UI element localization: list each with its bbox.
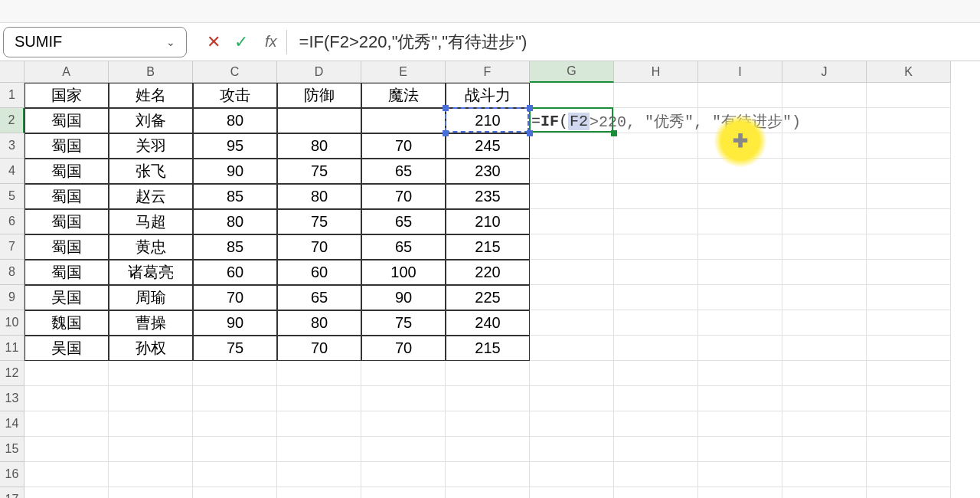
cell-I1[interactable] — [698, 83, 782, 108]
cell-K1[interactable] — [867, 83, 951, 108]
cell-J7[interactable] — [782, 234, 867, 260]
cell-D17[interactable] — [277, 487, 361, 498]
cell-D6[interactable]: 75 — [277, 209, 361, 234]
cell-I6[interactable] — [698, 209, 782, 234]
row-header-13[interactable]: 13 — [0, 386, 24, 411]
cell-C8[interactable]: 60 — [193, 260, 277, 285]
cell-B13[interactable] — [109, 386, 193, 411]
cell-F7[interactable]: 215 — [446, 234, 530, 260]
cell-E5[interactable]: 70 — [361, 184, 446, 209]
cell-G15[interactable] — [530, 437, 614, 462]
cell-D2[interactable] — [277, 108, 361, 133]
cell-B8[interactable]: 诸葛亮 — [109, 260, 193, 285]
cell-C16[interactable] — [193, 462, 277, 487]
cell-F15[interactable] — [446, 437, 530, 462]
cell-I12[interactable] — [698, 361, 782, 386]
cell-H14[interactable] — [614, 411, 698, 437]
cell-I14[interactable] — [698, 411, 782, 437]
cell-B7[interactable]: 黄忠 — [109, 234, 193, 260]
cell-K14[interactable] — [867, 411, 951, 437]
cell-I13[interactable] — [698, 386, 782, 411]
cell-J9[interactable] — [782, 285, 867, 310]
cell-K17[interactable] — [867, 487, 951, 498]
cell-J11[interactable] — [782, 336, 867, 361]
row-header-16[interactable]: 16 — [0, 462, 24, 487]
cell-E13[interactable] — [361, 386, 446, 411]
cell-B12[interactable] — [109, 361, 193, 386]
cell-A8[interactable]: 蜀国 — [24, 260, 109, 285]
cell-J3[interactable] — [782, 133, 867, 159]
cell-J5[interactable] — [782, 184, 867, 209]
cell-F2[interactable]: 210 — [446, 108, 530, 133]
cell-G5[interactable] — [530, 184, 614, 209]
cell-C14[interactable] — [193, 411, 277, 437]
cell-E16[interactable] — [361, 462, 446, 487]
cell-K4[interactable] — [867, 159, 951, 184]
cell-H17[interactable] — [614, 487, 698, 498]
cell-F16[interactable] — [446, 462, 530, 487]
cell-H7[interactable] — [614, 234, 698, 260]
row-header-11[interactable]: 11 — [0, 336, 24, 361]
cell-A15[interactable] — [24, 437, 109, 462]
cell-J8[interactable] — [782, 260, 867, 285]
col-header-H[interactable]: H — [614, 61, 698, 83]
cell-D10[interactable]: 80 — [277, 310, 361, 336]
cell-A9[interactable]: 吴国 — [24, 285, 109, 310]
cell-F5[interactable]: 235 — [446, 184, 530, 209]
cell-C1[interactable]: 攻击 — [193, 83, 277, 108]
cell-B15[interactable] — [109, 437, 193, 462]
cell-F13[interactable] — [446, 386, 530, 411]
cell-J4[interactable] — [782, 159, 867, 184]
cell-J10[interactable] — [782, 310, 867, 336]
cell-A4[interactable]: 蜀国 — [24, 159, 109, 184]
cell-E4[interactable]: 65 — [361, 159, 446, 184]
cell-G3[interactable] — [530, 133, 614, 159]
cell-K3[interactable] — [867, 133, 951, 159]
cell-H10[interactable] — [614, 310, 698, 336]
cell-F8[interactable]: 220 — [446, 260, 530, 285]
cell-K9[interactable] — [867, 285, 951, 310]
cell-C11[interactable]: 75 — [193, 336, 277, 361]
row-header-6[interactable]: 6 — [0, 209, 24, 234]
cell-F11[interactable]: 215 — [446, 336, 530, 361]
row-header-4[interactable]: 4 — [0, 159, 24, 184]
cell-E1[interactable]: 魔法 — [361, 83, 446, 108]
cell-A11[interactable]: 吴国 — [24, 336, 109, 361]
cell-E7[interactable]: 65 — [361, 234, 446, 260]
cell-A1[interactable]: 国家 — [24, 83, 109, 108]
cell-F4[interactable]: 230 — [446, 159, 530, 184]
cell-D8[interactable]: 60 — [277, 260, 361, 285]
cell-D16[interactable] — [277, 462, 361, 487]
cell-G17[interactable] — [530, 487, 614, 498]
cell-I15[interactable] — [698, 437, 782, 462]
cell-K13[interactable] — [867, 386, 951, 411]
cell-B2[interactable]: 刘备 — [109, 108, 193, 133]
cell-D3[interactable]: 80 — [277, 133, 361, 159]
cell-A13[interactable] — [24, 386, 109, 411]
cell-C6[interactable]: 80 — [193, 209, 277, 234]
cell-E3[interactable]: 70 — [361, 133, 446, 159]
cell-J16[interactable] — [782, 462, 867, 487]
cell-E6[interactable]: 65 — [361, 209, 446, 234]
row-header-10[interactable]: 10 — [0, 310, 24, 336]
cell-I10[interactable] — [698, 310, 782, 336]
cell-C3[interactable]: 95 — [193, 133, 277, 159]
col-header-D[interactable]: D — [277, 61, 361, 83]
col-header-E[interactable]: E — [361, 61, 446, 83]
cell-I5[interactable] — [698, 184, 782, 209]
cell-F17[interactable] — [446, 487, 530, 498]
cell-E9[interactable]: 90 — [361, 285, 446, 310]
cell-H8[interactable] — [614, 260, 698, 285]
cell-J13[interactable] — [782, 386, 867, 411]
cell-J12[interactable] — [782, 361, 867, 386]
cell-F10[interactable]: 240 — [446, 310, 530, 336]
cell-G6[interactable] — [530, 209, 614, 234]
col-header-C[interactable]: C — [193, 61, 277, 83]
row-header-7[interactable]: 7 — [0, 234, 24, 260]
cell-A5[interactable]: 蜀国 — [24, 184, 109, 209]
cell-C4[interactable]: 90 — [193, 159, 277, 184]
row-header-14[interactable]: 14 — [0, 411, 24, 437]
cell-H6[interactable] — [614, 209, 698, 234]
cell-D14[interactable] — [277, 411, 361, 437]
row-header-9[interactable]: 9 — [0, 285, 24, 310]
